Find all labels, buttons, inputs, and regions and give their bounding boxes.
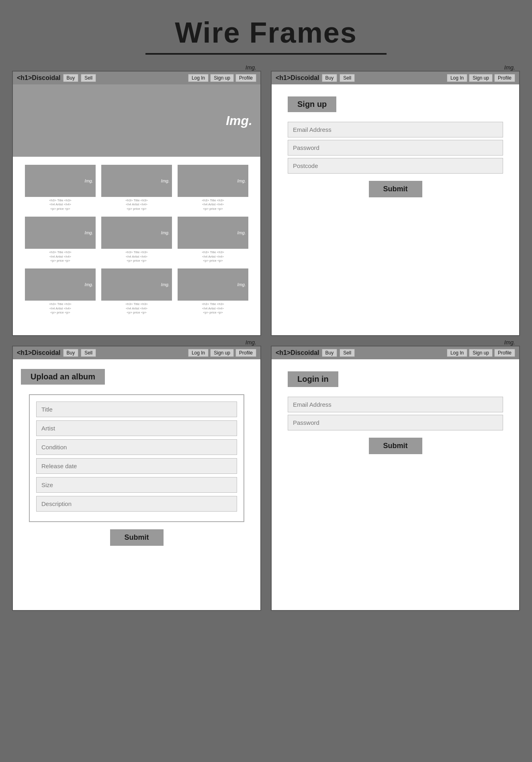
profile-btn-upload[interactable]: Profile [235, 349, 256, 357]
navbar-login: Img. <h1>Discoidal Buy Sell Log In Sign … [272, 346, 519, 359]
product-img: Img. [101, 165, 172, 197]
wireframe-upload: Img. <h1>Discoidal Buy Sell Log In Sign … [12, 346, 261, 611]
size-field[interactable] [36, 477, 237, 493]
email-field-login[interactable] [288, 397, 503, 412]
signup-btn-signup[interactable]: Sign up [469, 74, 493, 82]
navbar-right-login: Log In Sign up Profile [447, 349, 515, 357]
product-img: Img. [178, 217, 248, 249]
brand-login: <h1>Discoidal [276, 349, 319, 356]
password-field-login[interactable] [288, 415, 503, 430]
product-text: <h3> Title <h3><h4 Artist <h4><p> price … [202, 199, 224, 211]
buy-btn-signup[interactable]: Buy [322, 74, 338, 82]
product-card[interactable]: Img. <h3> Title <h3><h4 Artist <h4><p> p… [178, 268, 248, 315]
product-img: Img. [25, 165, 96, 197]
product-img: Img. [25, 217, 96, 249]
product-grid: Img. <h3> Title <h3><h4 Artist <h4><p> p… [25, 165, 248, 315]
buy-btn-upload[interactable]: Buy [63, 349, 79, 357]
login-btn-login[interactable]: Log In [447, 349, 467, 357]
product-card[interactable]: Img. <h3> Title <h3><h4 Artist <h4><p> p… [178, 217, 248, 263]
login-btn-upload[interactable]: Log In [188, 349, 209, 357]
wireframe-signup: Img. <h1>Discoidal Buy Sell Log In Sign … [271, 71, 520, 336]
product-text: <h3> Title <h3><h4 Artist <h4><p> price … [202, 302, 224, 315]
navbar-right-signup: Log In Sign up Profile [447, 74, 515, 82]
hero-img-label-home: Img. [226, 113, 252, 128]
product-card[interactable]: Img. <h3> Title <h3><h4 Artist <h4><p> p… [101, 165, 172, 211]
sell-btn-login[interactable]: Sell [340, 349, 355, 357]
title-underline [145, 53, 387, 55]
product-text: <h3> Title <h3><h4 Artist <h4><p> price … [125, 199, 148, 211]
profile-btn-login[interactable]: Profile [494, 349, 515, 357]
navbar-left-home: <h1>Discoidal Buy Sell [17, 74, 96, 82]
login-form-title: Login in [288, 371, 338, 387]
signup-btn-home[interactable]: Sign up [210, 74, 234, 82]
product-card[interactable]: Img. <h3> Title <h3><h4 Artist <h4><p> p… [101, 217, 172, 263]
product-card[interactable]: Img. <h3> Title <h3><h4 Artist <h4><p> p… [178, 165, 248, 211]
signup-form-section: Sign up Submit [272, 84, 519, 209]
product-card[interactable]: Img. <h3> Title <h3><h4 Artist <h4><p> p… [101, 268, 172, 315]
release-date-field[interactable] [36, 458, 237, 474]
navbar-home: Img. <h1>Discoidal Buy Sell Log In Sign … [13, 72, 260, 84]
product-text: <h3> Title <h3><h4 Artist <h4><p> price … [49, 199, 72, 211]
product-text: <h3> Title <h3><h4 Artist <h4><p> price … [49, 250, 72, 263]
product-img: Img. [101, 268, 172, 301]
img-badge-signup: Img. [504, 64, 515, 71]
signup-btn-upload[interactable]: Sign up [210, 349, 234, 357]
upload-form-wrapper [29, 394, 244, 522]
upload-form-title: Upload an album [21, 369, 105, 385]
product-text: <h3> Title <h3><h4 Artist <h4><p> price … [202, 250, 224, 263]
hero-image-home: Img. [13, 84, 260, 157]
product-text: <h3> Title <h3><h4 Artist <h4><p> price … [49, 302, 72, 315]
submit-btn-upload[interactable]: Submit [110, 529, 164, 546]
product-card[interactable]: Img. <h3> Title <h3><h4 Artist <h4><p> p… [25, 268, 96, 315]
login-btn-signup[interactable]: Log In [447, 74, 467, 82]
product-text: <h3> Title <h3><h4 Artist <h4><p> price … [125, 250, 148, 263]
product-img-label: Img. [237, 230, 246, 235]
brand-home: <h1>Discoidal [17, 74, 61, 82]
navbar-left-signup: <h1>Discoidal Buy Sell [276, 74, 355, 82]
password-field-signup[interactable] [288, 140, 503, 156]
buy-btn-login[interactable]: Buy [322, 349, 338, 357]
navbar-left-login: <h1>Discoidal Buy Sell [276, 349, 355, 357]
title-field[interactable] [36, 401, 237, 417]
product-card[interactable]: Img. <h3> Title <h3><h4 Artist <h4><p> p… [25, 165, 96, 211]
profile-btn-home[interactable]: Profile [235, 74, 256, 82]
product-grid-section: Img. <h3> Title <h3><h4 Artist <h4><p> p… [13, 157, 260, 323]
product-card[interactable]: Img. <h3> Title <h3><h4 Artist <h4><p> p… [25, 217, 96, 263]
profile-btn-signup[interactable]: Profile [494, 74, 515, 82]
img-badge-upload: Img. [246, 339, 256, 346]
description-field[interactable] [36, 496, 237, 512]
product-img-label: Img. [237, 282, 246, 287]
product-img: Img. [178, 268, 248, 301]
brand-signup: <h1>Discoidal [276, 74, 319, 82]
product-img-label: Img. [237, 178, 246, 183]
navbar-right-home: Log In Sign up Profile [188, 74, 256, 82]
wireframe-login: Img. <h1>Discoidal Buy Sell Log In Sign … [271, 346, 520, 611]
brand-upload: <h1>Discoidal [17, 349, 61, 356]
upload-form-section: Upload an album Submit [13, 359, 260, 555]
product-img-label: Img. [161, 178, 170, 183]
submit-btn-login[interactable]: Submit [369, 438, 422, 454]
artist-field[interactable] [36, 420, 237, 436]
wireframes-grid: Img. <h1>Discoidal Buy Sell Log In Sign … [8, 67, 524, 615]
signup-btn-login[interactable]: Sign up [469, 349, 493, 357]
product-img: Img. [25, 268, 96, 301]
sell-btn-signup[interactable]: Sell [340, 74, 355, 82]
submit-btn-signup[interactable]: Submit [369, 181, 422, 197]
login-form-section: Login in Submit [272, 359, 519, 466]
product-img: Img. [178, 165, 248, 197]
login-btn-home[interactable]: Log In [188, 74, 209, 82]
product-text: <h3> Title <h3><h4 Artist <h4><p> price … [125, 302, 148, 315]
product-img-label: Img. [161, 230, 170, 235]
product-img-label: Img. [85, 178, 93, 183]
email-field-signup[interactable] [288, 122, 503, 137]
sell-btn-home[interactable]: Sell [81, 74, 96, 82]
navbar-signup: Img. <h1>Discoidal Buy Sell Log In Sign … [272, 72, 519, 84]
condition-field[interactable] [36, 439, 237, 455]
sell-btn-upload[interactable]: Sell [81, 349, 96, 357]
wireframe-home: Img. <h1>Discoidal Buy Sell Log In Sign … [12, 71, 261, 336]
navbar-right-upload: Log In Sign up Profile [188, 349, 256, 357]
postcode-field-signup[interactable] [288, 158, 503, 174]
product-img-label: Img. [161, 282, 170, 287]
navbar-upload: Img. <h1>Discoidal Buy Sell Log In Sign … [13, 346, 260, 359]
buy-btn-home[interactable]: Buy [63, 74, 79, 82]
